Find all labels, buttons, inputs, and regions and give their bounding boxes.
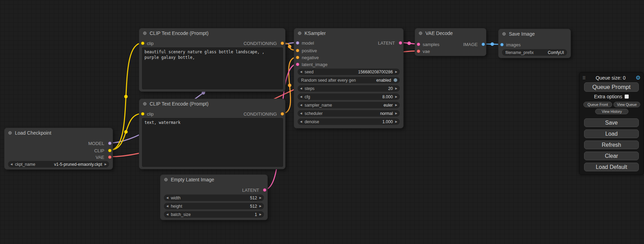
output-slot-vae[interactable] [108, 155, 112, 159]
link-midpoint-dot [288, 84, 291, 87]
node-vae-decode[interactable]: VAE Decode samples IMAGE vae [415, 28, 486, 56]
node-clip-text-encode-positive[interactable]: CLIP Text Encode (Prompt) clip CONDITION… [139, 28, 285, 92]
node-title-bar[interactable]: CLIP Text Encode (Prompt) [139, 28, 285, 38]
node-title: Save Image [509, 31, 535, 37]
load-button[interactable]: Load [584, 129, 639, 138]
increment-arrow-icon[interactable]: ▶ [105, 163, 107, 166]
output-slot-clip[interactable] [108, 149, 112, 152]
output-slot-model[interactable] [108, 142, 112, 145]
widget-scheduler[interactable]: ◀ scheduler normal ▶ [298, 110, 400, 117]
load-default-button[interactable]: Load Default [584, 163, 639, 171]
node-empty-latent-image[interactable]: Empty Latent Image LATENT ◀ width 512 ▶ … [160, 174, 268, 220]
increment-arrow-icon[interactable]: ▶ [395, 120, 397, 123]
node-title: VAE Decode [425, 30, 453, 36]
input-slot-vae[interactable] [417, 49, 420, 53]
output-slot-conditioning[interactable] [281, 112, 284, 116]
input-slot-positive[interactable] [296, 49, 299, 52]
node-title-bar[interactable]: KSampler [294, 28, 403, 38]
input-slot-images[interactable] [500, 43, 504, 46]
node-title: Empty Latent Image [171, 177, 214, 182]
input-slot-model[interactable] [296, 41, 299, 45]
increment-arrow-icon[interactable]: ▶ [395, 112, 397, 115]
input-slot-negative[interactable] [296, 56, 299, 59]
decrement-arrow-icon[interactable]: ◀ [10, 163, 12, 166]
view-queue-button[interactable]: View Queue [614, 102, 640, 107]
node-title: CLIP Text Encode (Prompt) [150, 30, 209, 36]
node-title-bar[interactable]: Save Image [499, 29, 571, 39]
increment-arrow-icon[interactable]: ▶ [395, 71, 397, 73]
increment-arrow-icon[interactable]: ▶ [395, 96, 397, 98]
collapse-dot-icon[interactable] [298, 31, 301, 35]
queue-panel[interactable]: ⠿ Queue size: 0 ⚙ Queue Prompt Extra opt… [579, 72, 644, 175]
settings-gear-icon[interactable]: ⚙ [636, 75, 641, 81]
decrement-arrow-icon[interactable]: ◀ [300, 112, 302, 115]
link-midpoint-dot [288, 45, 291, 48]
link-midpoint-dot [491, 43, 494, 46]
positive-prompt-textarea[interactable]: beautiful scenery nature glass bottle la… [142, 47, 283, 89]
widget-sampler-name[interactable]: ◀ sampler_name euler ▶ [298, 102, 400, 108]
widget-denoise[interactable]: ◀ denoise 1.000 ▶ [298, 118, 400, 125]
collapse-dot-icon[interactable] [164, 178, 168, 181]
widget-batch-size[interactable]: ◀ batch_size 1 ▶ [164, 211, 264, 218]
drag-handle-icon[interactable]: ⠿ [582, 75, 586, 81]
widget-cfg[interactable]: ◀ cfg 8.000 ▶ [298, 93, 400, 100]
decrement-arrow-icon[interactable]: ◀ [166, 205, 168, 208]
increment-arrow-icon[interactable]: ▶ [259, 197, 262, 199]
node-title-bar[interactable]: Load Checkpoint [5, 128, 113, 138]
node-save-image[interactable]: Save Image images filename_prefix ComfyU… [498, 29, 571, 58]
clear-button[interactable]: Clear [584, 152, 639, 160]
widget-width[interactable]: ◀ width 512 ▶ [164, 195, 264, 201]
output-slot-conditioning[interactable] [281, 42, 284, 45]
widget-label: cfg [305, 94, 382, 99]
view-history-button[interactable]: View History [595, 109, 628, 114]
increment-arrow-icon[interactable]: ▶ [259, 213, 262, 216]
node-title-bar[interactable]: Empty Latent Image [160, 175, 267, 184]
collapse-dot-icon[interactable] [143, 102, 147, 106]
collapse-dot-icon[interactable] [143, 31, 147, 35]
input-slot-clip[interactable] [141, 42, 144, 45]
decrement-arrow-icon[interactable]: ◀ [300, 87, 302, 90]
decrement-arrow-icon[interactable]: ◀ [300, 104, 302, 107]
output-slot-image[interactable] [482, 43, 485, 46]
output-slot-latent[interactable] [263, 188, 266, 192]
queue-front-button[interactable]: Queue Front [583, 102, 612, 107]
collapse-dot-icon[interactable] [502, 32, 506, 36]
decrement-arrow-icon[interactable]: ◀ [300, 96, 302, 98]
collapse-dot-icon[interactable] [8, 131, 12, 135]
increment-arrow-icon[interactable]: ▶ [259, 205, 262, 208]
widget-ckpt-name[interactable]: ◀ ckpt_name v1-5-pruned-emaonly.ckpt ▶ [8, 161, 109, 168]
node-ksampler[interactable]: KSampler model LATENT positive negative … [294, 28, 404, 128]
input-label-vae: vae [423, 49, 430, 54]
save-button[interactable]: Save [584, 118, 639, 127]
node-load-checkpoint[interactable]: Load Checkpoint MODEL CLIP VAE ◀ ckpt_na… [4, 128, 113, 170]
extra-options-checkbox[interactable] [625, 94, 629, 99]
refresh-button[interactable]: Refresh [584, 141, 639, 149]
input-slot-samples[interactable] [417, 43, 420, 46]
decrement-arrow-icon[interactable]: ◀ [166, 213, 168, 216]
input-slot-clip[interactable] [141, 112, 144, 116]
node-graph-canvas[interactable]: Load Checkpoint MODEL CLIP VAE ◀ ckpt_na… [0, 0, 644, 244]
queue-size-label: Queue size: 0 [586, 75, 636, 81]
widget-height[interactable]: ◀ height 512 ▶ [164, 203, 264, 209]
widget-label: width [171, 196, 250, 200]
decrement-arrow-icon[interactable]: ◀ [300, 71, 302, 73]
negative-prompt-textarea[interactable]: text, watermark [142, 118, 283, 167]
output-label-vae: VAE [96, 155, 104, 160]
toggle-knob-icon[interactable] [394, 78, 397, 82]
widget-steps[interactable]: ◀ steps 20 ▶ [298, 85, 400, 92]
node-title-bar[interactable]: VAE Decode [415, 28, 486, 38]
output-slot-latent[interactable] [399, 41, 402, 45]
widget-random-seed-toggle[interactable]: Random seed after every gen enabled [298, 77, 400, 83]
decrement-arrow-icon[interactable]: ◀ [166, 197, 168, 199]
widget-filename-prefix[interactable]: filename_prefix ComfyUI [502, 49, 567, 56]
node-title-bar[interactable]: CLIP Text Encode (Prompt) [139, 99, 285, 109]
queue-prompt-button[interactable]: Queue Prompt [584, 82, 639, 92]
output-label-conditioning: CONDITIONING [244, 41, 277, 46]
node-clip-text-encode-negative[interactable]: CLIP Text Encode (Prompt) clip CONDITION… [139, 99, 285, 169]
decrement-arrow-icon[interactable]: ◀ [300, 120, 302, 123]
collapse-dot-icon[interactable] [419, 31, 422, 35]
widget-seed[interactable]: ◀ seed 156680208700286 ▶ [298, 69, 400, 75]
increment-arrow-icon[interactable]: ▶ [395, 87, 397, 90]
increment-arrow-icon[interactable]: ▶ [395, 104, 397, 107]
input-slot-latent-image[interactable] [296, 63, 299, 66]
